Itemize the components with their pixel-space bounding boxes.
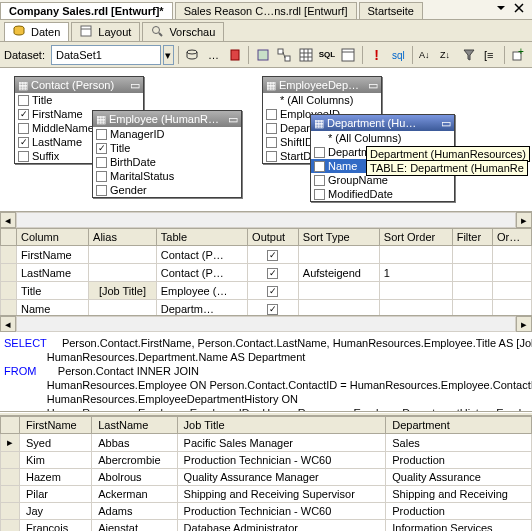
criteria-header[interactable] [1,229,17,246]
table-column-row[interactable]: ManagerID [93,127,241,141]
criteria-filter-cell[interactable] [452,282,492,300]
tab-preview[interactable]: Vorschau [142,22,224,41]
criteria-sortorder-cell[interactable]: 1 [379,264,452,282]
criteria-header[interactable]: Column [17,229,89,246]
table-column-row[interactable]: ✓Title [93,141,241,155]
minimize-icon[interactable]: ▭ [368,79,378,92]
results-cell[interactable]: Quality Assurance Manager [177,469,386,486]
results-cell[interactable]: Information Services [386,520,532,532]
minimize-icon[interactable]: ▭ [441,117,451,130]
column-checkbox[interactable] [266,137,277,148]
criteria-alias-cell[interactable] [89,300,157,317]
table-column-row[interactable]: MaritalStatus [93,169,241,183]
edit-dataset-button[interactable]: … [204,44,223,66]
close-icon[interactable] [514,3,528,17]
criteria-or-cell[interactable] [493,246,532,264]
table-column-row[interactable]: Title [15,93,143,107]
criteria-header[interactable]: Table [156,229,247,246]
results-cell[interactable]: Syed [20,434,92,452]
criteria-pane[interactable]: ColumnAliasTableOutputSort TypeSort Orde… [0,228,532,316]
scroll-left-icon[interactable]: ◂ [0,212,16,228]
doc-tab-company-sales[interactable]: Company Sales.rdl [Entwurf]* [0,2,173,19]
column-checkbox[interactable] [96,171,107,182]
criteria-table-cell[interactable]: Contact (P… [156,264,247,282]
doc-tab-sales-reason[interactable]: Sales Reason C…ns.rdl [Entwurf] [175,2,357,19]
row-header[interactable] [1,282,17,300]
results-cell[interactable]: François [20,520,92,532]
criteria-column-cell[interactable]: LastName [17,264,89,282]
add-table-button[interactable]: + [509,44,528,66]
results-cell[interactable]: Abolrous [92,469,177,486]
output-checkbox[interactable]: ✓ [267,268,278,279]
criteria-header[interactable]: Or… [493,229,532,246]
show-results-button[interactable] [339,44,358,66]
results-cell[interactable]: Adams [92,503,177,520]
results-header[interactable]: LastName [92,417,177,434]
table-column-row[interactable]: Gender [93,183,241,197]
column-checkbox[interactable]: ✓ [18,137,29,148]
minimize-icon[interactable]: ▭ [228,113,238,126]
results-row-header[interactable] [1,469,20,486]
scroll-left-icon[interactable]: ◂ [0,316,16,332]
table-window-employee[interactable]: ▦Employee (HumanR…▭ ManagerID✓TitleBirth… [92,110,242,198]
row-header[interactable] [1,264,17,282]
column-checkbox[interactable] [18,151,29,162]
remove-filter-button[interactable] [459,44,478,66]
tab-layout[interactable]: Layout [71,22,140,41]
diagram-pane[interactable]: ▦Contact (Person)▭ Title✓FirstNameMiddle… [0,68,532,212]
row-header[interactable] [1,246,17,264]
column-checkbox[interactable] [18,95,29,106]
scroll-right-icon[interactable]: ▸ [516,212,532,228]
tab-data[interactable]: Daten [4,22,69,41]
results-row-header[interactable] [1,503,20,520]
group-by-button[interactable]: [≡ [480,44,499,66]
results-cell[interactable]: Sales [386,434,532,452]
criteria-or-cell[interactable] [493,300,532,317]
results-cell[interactable]: Shipping and Receiving Supervisor [177,486,386,503]
criteria-column-cell[interactable]: Title [17,282,89,300]
sort-asc-button[interactable]: A↓ [416,44,435,66]
table-column-row[interactable]: * (All Columns) [263,93,381,107]
dataset-combo[interactable] [51,45,161,65]
output-checkbox[interactable]: ✓ [267,250,278,261]
criteria-output-cell[interactable]: ✓ [248,282,299,300]
column-checkbox[interactable] [314,189,325,200]
criteria-column-cell[interactable]: FirstName [17,246,89,264]
criteria-sorttype-cell[interactable] [298,300,379,317]
criteria-header[interactable]: Sort Order [379,229,452,246]
criteria-output-cell[interactable]: ✓ [248,246,299,264]
results-cell[interactable]: Production Technician - WC60 [177,503,386,520]
results-pane[interactable]: FirstNameLastNameJob TitleDepartment▸Sye… [0,416,532,531]
criteria-header[interactable]: Filter [452,229,492,246]
criteria-hscroll[interactable]: ◂ ▸ [0,316,532,332]
criteria-column-cell[interactable]: Name [17,300,89,317]
table-column-row[interactable]: * (All Columns) [311,131,454,145]
results-cell[interactable]: Production [386,452,532,469]
show-diagram-button[interactable] [275,44,294,66]
sql-pane[interactable]: SELECT Person.Contact.FirstName, Person.… [0,332,532,412]
results-cell[interactable]: Ackerman [92,486,177,503]
scroll-right-icon[interactable]: ▸ [516,316,532,332]
sort-desc-button[interactable]: Z↓ [438,44,457,66]
run-button[interactable]: ! [367,44,386,66]
results-cell[interactable]: Kim [20,452,92,469]
criteria-sortorder-cell[interactable] [379,300,452,317]
results-cell[interactable]: Quality Assurance [386,469,532,486]
column-checkbox[interactable]: ✓ [96,143,107,154]
criteria-sorttype-cell[interactable]: Aufsteigend [298,264,379,282]
criteria-sorttype-cell[interactable] [298,282,379,300]
results-cell[interactable]: Abercrombie [92,452,177,469]
column-checkbox[interactable] [314,147,325,158]
generic-sql-button[interactable] [253,44,272,66]
results-header[interactable]: Department [386,417,532,434]
criteria-sorttype-cell[interactable] [298,246,379,264]
column-checkbox[interactable] [266,109,277,120]
show-grid-button[interactable] [296,44,315,66]
criteria-table-cell[interactable]: Departm… [156,300,247,317]
results-row-header[interactable] [1,486,20,503]
criteria-output-cell[interactable]: ✓ [248,264,299,282]
results-cell[interactable]: Pilar [20,486,92,503]
column-checkbox[interactable] [266,151,277,162]
results-cell[interactable]: Shipping and Receiving [386,486,532,503]
criteria-sortorder-cell[interactable] [379,282,452,300]
